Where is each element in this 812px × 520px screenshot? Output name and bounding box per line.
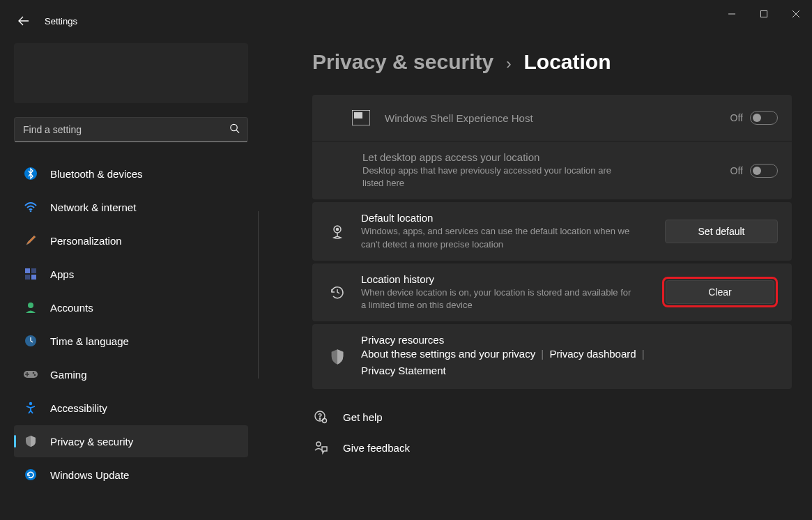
highlight-annotation: Clear [662,277,778,307]
row-title: Windows Shell Experience Host [385,112,718,124]
breadcrumb-current: Location [523,50,611,74]
get-help-link[interactable]: Get help [312,408,792,425]
vertical-divider [258,211,259,378]
sidebar-item-label: Personalization [50,235,122,247]
row-shell-experience-host[interactable]: Windows Shell Experience Host Off [312,95,792,141]
maximize-button[interactable] [748,3,780,25]
row-default-location: Default location Windows, apps, and serv… [312,202,792,260]
search-icon [229,123,240,137]
sidebar-item-network[interactable]: Network & internet [14,191,248,223]
sidebar-item-label: Apps [50,268,74,280]
svg-point-8 [28,303,33,308]
sidebar-item-windows-update[interactable]: Windows Update [14,459,248,491]
svg-rect-16 [354,112,362,118]
close-button[interactable] [780,3,812,25]
toggle-state: Off [730,165,743,176]
clock-globe-icon [24,334,38,348]
wifi-icon [24,200,38,214]
sidebar-item-label: Accounts [50,302,93,314]
footer-link-label: Give feedback [343,442,410,454]
app-window-icon [350,107,372,129]
sidebar-item-label: Network & internet [50,201,136,213]
top-header: Settings [17,14,77,28]
user-card[interactable] [14,43,248,103]
window-controls [716,0,812,28]
gamepad-icon [24,367,38,381]
toggle-desktop-apps[interactable] [750,164,778,178]
svg-rect-6 [25,275,30,280]
app-title: Settings [45,16,77,26]
update-icon [24,468,38,482]
toggle-state: Off [730,112,743,123]
bluetooth-icon [24,167,38,181]
sidebar-item-label: Time & language [50,335,129,347]
shield-icon [326,346,348,368]
row-subtitle: Windows, apps, and services can use the … [361,225,633,250]
svg-point-14 [25,469,36,480]
row-desktop-apps-location[interactable]: Let desktop apps access your location De… [312,141,792,199]
search-field[interactable] [14,117,248,142]
back-button[interactable] [17,14,31,28]
row-title: Default location [361,212,652,224]
sidebar-item-accounts[interactable]: Accounts [14,291,248,323]
row-subtitle: Desktop apps that have previously access… [362,165,634,190]
row-subtitle: When device location is on, your locatio… [361,286,633,312]
sidebar-item-label: Gaming [50,369,87,381]
svg-point-21 [323,419,327,423]
toggle-shell-host[interactable] [750,111,778,125]
sidebar-item-personalization[interactable]: Personalization [14,224,248,257]
breadcrumb-parent[interactable]: Privacy & security [312,50,493,74]
history-icon [326,281,348,303]
svg-point-3 [30,211,32,213]
sidebar-item-label: Windows Update [50,469,129,481]
brush-icon [24,234,38,247]
sidebar-item-privacy-security[interactable]: Privacy & security [14,425,248,457]
location-pin-icon [326,220,348,243]
sidebar-item-apps[interactable]: Apps [14,258,248,290]
set-default-button[interactable]: Set default [665,220,778,243]
feedback-icon [312,439,329,456]
svg-point-18 [337,229,339,231]
breadcrumb: Privacy & security › Location [312,50,792,74]
accessibility-icon [24,401,38,415]
footer-link-label: Get help [343,411,383,423]
help-icon [312,408,329,425]
link-privacy-dashboard[interactable]: Privacy dashboard [549,348,636,360]
svg-rect-7 [31,275,36,280]
svg-point-12 [34,374,36,376]
clear-button[interactable]: Clear [666,280,774,304]
svg-point-22 [316,442,321,446]
svg-rect-0 [761,11,767,17]
row-title: Let desktop apps access your location [362,151,718,163]
row-privacy-resources: Privacy resources About these settings a… [312,324,792,389]
sidebar-item-time-language[interactable]: Time & language [14,325,248,357]
svg-point-1 [231,124,237,130]
sidebar-item-label: Bluetooth & devices [50,168,143,180]
give-feedback-link[interactable]: Give feedback [312,439,792,456]
row-title: Location history [361,273,650,285]
sidebar-item-label: Accessibility [50,402,107,414]
person-icon [24,300,38,314]
sidebar-item-gaming[interactable]: Gaming [14,358,248,390]
svg-point-11 [33,372,35,374]
shield-icon [24,434,38,448]
row-location-history: Location history When device location is… [312,263,792,321]
sidebar-item-label: Privacy & security [50,436,133,448]
sidebar-item-accessibility[interactable]: Accessibility [14,392,248,424]
search-input[interactable] [14,117,248,142]
svg-rect-4 [25,268,30,273]
sidebar-item-bluetooth[interactable]: Bluetooth & devices [14,158,248,190]
apps-icon [24,267,38,281]
row-title: Privacy resources [361,334,778,346]
svg-rect-5 [31,268,36,273]
link-about-settings[interactable]: About these settings and your privacy [361,348,535,360]
chevron-right-icon: › [506,55,511,73]
minimize-button[interactable] [716,3,748,25]
link-privacy-statement[interactable]: Privacy Statement [361,365,446,376]
svg-point-20 [319,418,321,420]
svg-point-13 [29,402,32,405]
